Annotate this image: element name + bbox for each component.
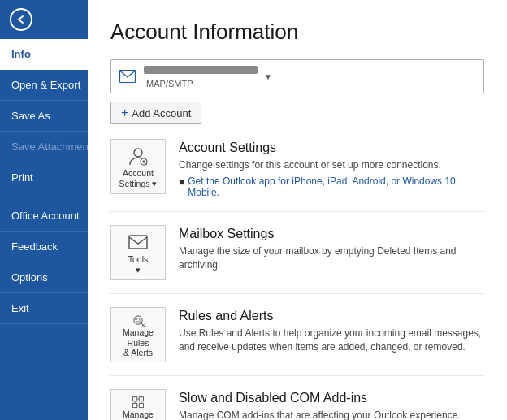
rules-alerts-content: Rules and Alerts Use Rules and Alerts to… — [179, 307, 484, 357]
rules-alerts-icon-box[interactable]: Manage Rules& Alerts — [110, 307, 166, 362]
account-settings-icon-label: AccountSettings ▾ — [119, 168, 158, 188]
account-settings-content: Account Settings Change settings for thi… — [179, 139, 484, 198]
mailbox-settings-section: Tools▾ Mailbox Settings Manage the size … — [110, 225, 484, 294]
sidebar-item-save-attachments: Save Attachments — [0, 132, 88, 162]
back-button[interactable] — [0, 0, 88, 39]
sidebar-item-feedback[interactable]: Feedback — [0, 232, 88, 262]
sidebar-item-options[interactable]: Options — [0, 262, 88, 293]
com-addins-icon — [127, 395, 150, 409]
svg-point-7 — [135, 318, 137, 320]
account-settings-title: Account Settings — [179, 141, 484, 155]
rules-alerts-desc: Use Rules and Alerts to help organize yo… — [179, 327, 484, 354]
rules-alerts-section: Manage Rules& Alerts Rules and Alerts Us… — [110, 307, 484, 376]
plus-icon: + — [121, 106, 128, 119]
account-settings-link-row: ■ Get the Outlook app for iPhone, iPad, … — [179, 175, 484, 198]
add-account-button[interactable]: + Add Account — [110, 102, 202, 124]
page-title: Account Information — [110, 19, 484, 45]
svg-point-1 — [134, 149, 142, 157]
mailbox-tools-icon — [127, 232, 150, 254]
com-addins-content: Slow and Disabled COM Add-ins Manage COM… — [179, 389, 484, 420]
com-addins-title: Slow and Disabled COM Add-ins — [179, 391, 484, 405]
com-addins-icon-label: Manage COMAdd-ins — [115, 409, 162, 420]
add-account-label: Add Account — [132, 107, 191, 119]
sidebar-item-save-as[interactable]: Save As — [0, 101, 88, 132]
sidebar: Info Open & Export Save As Save Attachme… — [0, 0, 88, 420]
rules-alerts-icon-label: Manage Rules& Alerts — [115, 327, 162, 358]
mailbox-icon-label: Tools▾ — [128, 254, 149, 275]
main-content: Account Information IMAP/SMTP ▼ + Add Ac… — [88, 0, 507, 420]
rules-alerts-icon — [127, 313, 150, 327]
com-addins-desc: Manage COM add-ins that are affecting yo… — [179, 409, 484, 420]
mailbox-settings-title: Mailbox Settings — [179, 227, 484, 241]
account-settings-icon-box[interactable]: AccountSettings ▾ — [110, 139, 166, 194]
account-settings-section: AccountSettings ▾ Account Settings Chang… — [110, 139, 484, 212]
sidebar-item-office-account[interactable]: Office Account — [0, 201, 88, 232]
account-settings-desc: Change settings for this account or set … — [179, 158, 484, 172]
sidebar-item-open-export[interactable]: Open & Export — [0, 70, 88, 101]
account-name-blurred — [144, 66, 258, 74]
sidebar-item-exit[interactable]: Exit — [0, 293, 88, 324]
svg-point-8 — [139, 318, 141, 320]
svg-rect-13 — [132, 403, 136, 407]
account-settings-link[interactable]: Get the Outlook app for iPhone, iPad, An… — [188, 175, 484, 198]
mailbox-settings-desc: Manage the size of your mailbox by empty… — [179, 245, 484, 272]
com-addins-section: Manage COMAdd-ins Slow and Disabled COM … — [110, 389, 484, 420]
sidebar-item-print[interactable]: Print — [0, 162, 88, 193]
account-settings-icon — [127, 145, 150, 168]
mailbox-settings-icon-box[interactable]: Tools▾ — [110, 225, 166, 280]
bullet-icon: ■ — [179, 176, 184, 188]
sidebar-nav: Info Open & Export Save As Save Attachme… — [0, 39, 88, 420]
com-addins-icon-box[interactable]: Manage COMAdd-ins — [110, 389, 166, 420]
svg-rect-5 — [129, 236, 147, 249]
svg-rect-14 — [139, 403, 143, 407]
svg-rect-11 — [132, 396, 136, 401]
email-account-icon — [118, 68, 137, 84]
account-dropdown[interactable]: IMAP/SMTP ▼ — [110, 59, 484, 93]
dropdown-arrow-icon: ▼ — [264, 72, 272, 81]
rules-alerts-title: Rules and Alerts — [179, 309, 484, 323]
sidebar-item-info[interactable]: Info — [0, 39, 88, 70]
mailbox-settings-content: Mailbox Settings Manage the size of your… — [179, 225, 484, 275]
account-type: IMAP/SMTP — [144, 79, 258, 89]
back-circle-icon — [10, 8, 32, 31]
account-info: IMAP/SMTP — [144, 64, 258, 89]
svg-rect-12 — [139, 396, 143, 401]
